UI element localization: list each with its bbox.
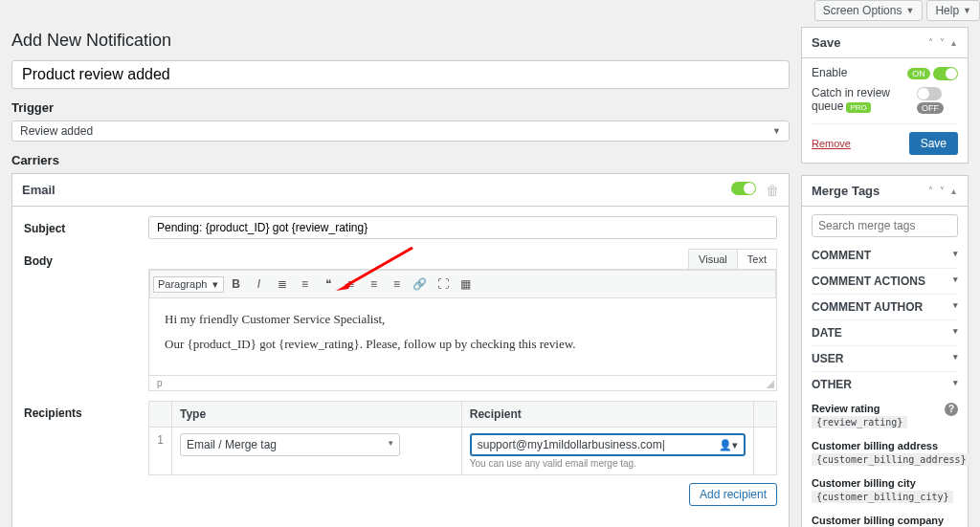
merge-tag-item[interactable]: Customer billing company{customer_billin… [812, 509, 958, 527]
italic-icon[interactable]: I [249, 274, 270, 295]
recipients-label: Recipients [24, 401, 148, 420]
paragraph-select[interactable]: Paragraph ▾ [153, 276, 224, 293]
align-center-icon[interactable]: ≡ [364, 274, 385, 295]
chevron-down-icon: ▼ [963, 6, 971, 15]
align-left-icon[interactable]: ≡ [341, 274, 362, 295]
recipient-header: Recipient [461, 402, 753, 428]
enable-state: ON [907, 68, 930, 79]
trash-icon[interactable]: 🗑 [766, 183, 779, 198]
trigger-select[interactable]: Review added ▼ [11, 121, 790, 142]
catch-state: OFF [917, 102, 944, 114]
help-icon[interactable]: ? [945, 403, 958, 416]
merge-tag-group[interactable]: DATE▾ [812, 319, 958, 345]
carrier-email-header: Email 🗑 [11, 173, 790, 207]
recipient-hint: You can use any valid email merge tag. [470, 458, 746, 469]
merge-tag-item[interactable]: Review rating?{review_rating} [812, 397, 958, 434]
body-label: Body [24, 249, 148, 268]
merge-tag-group[interactable]: COMMENT AUTHOR▾ [812, 294, 958, 319]
merge-tag-group[interactable]: USER▾ [812, 345, 958, 371]
chevron-down-icon: ▼ [772, 126, 781, 136]
carriers-heading: Carriers [11, 153, 790, 167]
bold-icon[interactable]: B [226, 274, 247, 295]
merge-tag-item[interactable]: Customer billing address{customer_billin… [812, 434, 958, 472]
enable-toggle[interactable] [933, 67, 958, 80]
text-tab[interactable]: Text [737, 249, 777, 269]
merge-tags-title: Merge Tags [812, 184, 880, 198]
trigger-heading: Trigger [11, 100, 790, 115]
save-box-title: Save [812, 35, 840, 50]
chevron-down-icon: ▼ [905, 6, 914, 15]
subject-input[interactable] [148, 216, 777, 239]
remove-link[interactable]: Remove [812, 138, 851, 149]
merge-tag-search-input[interactable] [812, 214, 958, 237]
link-icon[interactable]: 🔗 [410, 274, 431, 295]
row-index: 1 [149, 428, 172, 475]
help-label: Help [935, 4, 959, 17]
fullscreen-icon[interactable]: ⛶ [433, 274, 454, 295]
help-button[interactable]: Help ▼ [926, 0, 980, 21]
body-line-2: Our {product_ID} got {review_rating}. Pl… [165, 337, 761, 352]
screen-options-button[interactable]: Screen Options ▼ [814, 0, 924, 21]
user-cog-icon[interactable]: 👤▾ [719, 439, 738, 451]
carrier-email-title: Email [22, 183, 56, 197]
catch-toggle[interactable] [917, 87, 942, 100]
box-handle-icons[interactable]: ˄ ˅ ▴ [928, 37, 958, 48]
save-button[interactable]: Save [909, 132, 958, 155]
pro-badge: PRO [846, 102, 870, 113]
number-list-icon[interactable]: ≡ [295, 274, 316, 295]
page-title: Add New Notification [11, 31, 790, 51]
editor-path: p [149, 375, 776, 390]
subject-label: Subject [24, 216, 148, 235]
merge-tag-group[interactable]: COMMENT ACTIONS▾ [812, 268, 958, 294]
screen-options-label: Screen Options [823, 4, 902, 17]
toolbar-toggle-icon[interactable]: ▦ [456, 274, 477, 295]
body-line-1: Hi my friendly Customer Service Speciali… [165, 312, 761, 327]
enable-label: Enable [812, 66, 847, 79]
carrier-email-toggle[interactable] [731, 182, 756, 195]
align-right-icon[interactable]: ≡ [387, 274, 408, 295]
visual-tab[interactable]: Visual [688, 249, 738, 269]
merge-tag-group[interactable]: COMMENT▾ [812, 243, 958, 268]
recipient-type-select[interactable]: Email / Merge tag▾ [180, 433, 400, 456]
bullet-list-icon[interactable]: ≣ [272, 274, 293, 295]
type-header: Type [172, 402, 462, 428]
editor-content[interactable]: Hi my friendly Customer Service Speciali… [149, 298, 776, 375]
merge-tag-item[interactable]: Customer billing city{customer_billing_c… [812, 472, 958, 509]
catch-label: Catch in review queuePRO [812, 86, 917, 113]
editor-toolbar: Paragraph ▾ B I ≣ ≡ ❝ ≡ ≡ ≡ 🔗 ⛶ ▦ [149, 270, 776, 298]
trigger-value: Review added [20, 124, 93, 138]
box-handle-icons[interactable]: ˄ ˅ ▴ [928, 186, 958, 196]
merge-tag-group[interactable]: OTHER▾ [812, 371, 958, 397]
quote-icon[interactable]: ❝ [318, 274, 339, 295]
add-recipient-button[interactable]: Add recipient [689, 483, 777, 506]
recipient-input[interactable]: support@my1mildollarbusiness.com| 👤▾ [470, 433, 746, 456]
title-input[interactable] [11, 60, 790, 89]
